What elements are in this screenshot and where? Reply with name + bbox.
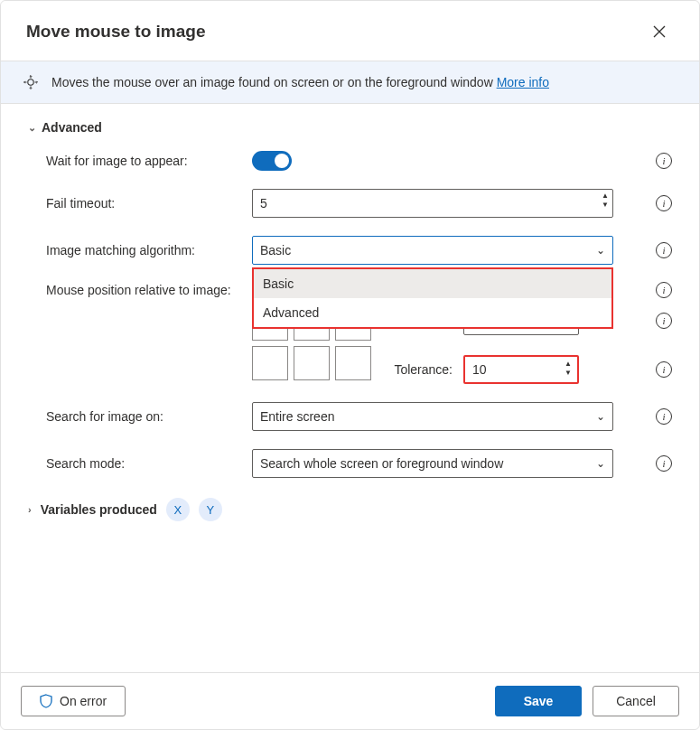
grid-cell[interactable] [335,346,371,380]
search-on-row: Search for image on: Entire screen ⌄ i [46,402,672,431]
on-error-label: On error [60,694,107,708]
wait-for-image-row: Wait for image to appear: i [46,151,672,171]
wait-for-image-label: Wait for image to appear: [46,154,243,168]
search-mode-row: Search mode: Search whole screen or fore… [46,449,672,478]
advanced-section-label: Advanced [42,120,102,135]
mouse-position-label: Mouse position relative to image: [46,283,243,297]
close-button[interactable] [645,17,674,46]
info-icon[interactable]: i [656,195,672,211]
search-on-value: Entire screen [260,409,334,424]
algorithm-dropdown: Basic Advanced [252,267,613,329]
info-icon[interactable]: i [656,408,672,425]
dialog-title: Move mouse to image [26,22,206,42]
tolerance-input[interactable]: 10 ▲▼ [463,355,579,384]
grid-cell[interactable] [294,346,330,380]
info-bar-description: Moves the mouse over an image found on s… [51,75,497,89]
dialog-header: Move mouse to image [1,1,699,61]
info-icon[interactable]: i [656,313,672,329]
search-mode-select[interactable]: Search whole screen or foreground window… [252,449,613,478]
algorithm-select[interactable]: Basic ⌄ [252,236,613,265]
fail-timeout-input[interactable]: 5 ▲▼ [252,189,613,218]
fail-timeout-value: 5 [260,196,267,211]
dialog-body: ⌄ Advanced Wait for image to appear: i F… [1,104,699,672]
save-button[interactable]: Save [495,686,582,716]
algorithm-value: Basic [260,243,291,257]
chevron-down-icon: ⌄ [596,457,605,470]
info-icon[interactable]: i [656,455,672,472]
chevron-down-icon: ⌄ [596,410,605,423]
mouse-move-icon [23,74,39,90]
variables-produced-toggle[interactable]: › Variables produced X Y [28,498,672,521]
fail-timeout-spinner[interactable]: ▲▼ [602,192,609,210]
info-bar: Moves the mouse over an image found on s… [1,61,699,104]
chevron-right-icon: › [28,504,32,515]
cancel-button[interactable]: Cancel [593,686,679,716]
on-error-button[interactable]: On error [21,686,126,716]
search-on-select[interactable]: Entire screen ⌄ [252,402,613,431]
info-bar-text: Moves the mouse over an image found on s… [51,75,549,89]
grid-cell[interactable] [252,346,288,380]
algorithm-option-advanced[interactable]: Advanced [254,298,611,327]
dialog-footer: On error Save Cancel [1,672,699,729]
advanced-section-toggle[interactable]: ⌄ Advanced [28,120,672,135]
search-mode-value: Search whole screen or foreground window [260,456,503,471]
more-info-link[interactable]: More info [497,75,549,89]
chevron-down-icon: ⌄ [596,244,605,257]
info-icon[interactable]: i [656,153,672,169]
algorithm-option-basic[interactable]: Basic [254,269,611,298]
info-icon[interactable]: i [656,282,672,298]
algorithm-label: Image matching algorithm: [46,243,243,257]
dialog: Move mouse to image Moves the mouse over… [0,0,700,730]
info-icon[interactable]: i [656,242,672,258]
tolerance-spinner[interactable]: ▲▼ [565,360,572,378]
fail-timeout-row: Fail timeout: 5 ▲▼ i [46,189,672,218]
info-icon[interactable]: i [656,361,672,378]
svg-point-0 [28,80,33,85]
chevron-down-icon: ⌄ [28,122,36,134]
shield-icon [40,694,52,708]
search-mode-label: Search mode: [46,456,243,471]
variable-y-pill[interactable]: Y [199,498,222,521]
algorithm-row: Image matching algorithm: Basic ⌄ i Basi… [46,236,672,265]
close-icon [653,25,666,38]
tolerance-row: Tolerance: 10 ▲▼ i [389,355,672,384]
tolerance-label: Tolerance: [389,362,453,377]
wait-for-image-toggle[interactable] [252,151,292,171]
tolerance-value: 10 [472,362,487,377]
search-on-label: Search for image on: [46,409,243,424]
variables-produced-label: Variables produced [41,502,157,517]
variable-x-pill[interactable]: X [166,498,190,521]
fail-timeout-label: Fail timeout: [46,196,243,211]
